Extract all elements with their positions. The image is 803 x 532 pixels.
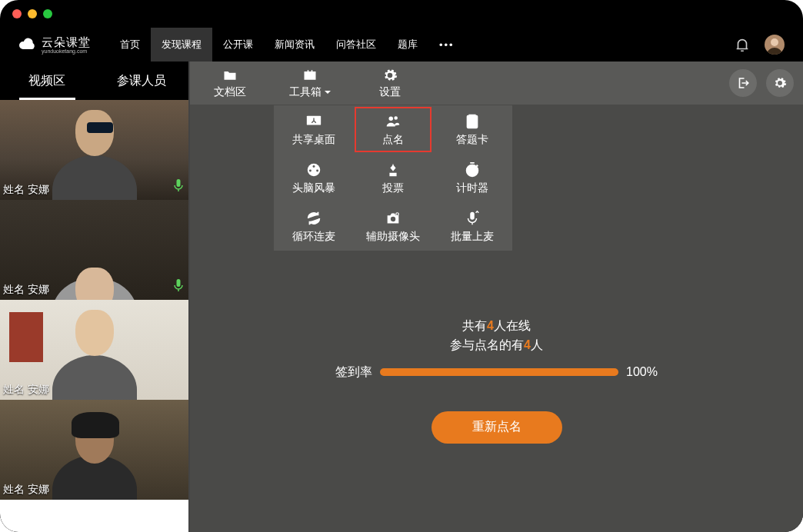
mic-icon	[173, 278, 184, 295]
video-list: 姓名 安娜 姓名 安娜 姓名 安娜	[0, 100, 188, 532]
rate-value: 100%	[626, 365, 658, 379]
nav-more[interactable]: •••	[428, 39, 465, 51]
svg-point-5	[388, 116, 393, 121]
video-cell[interactable]: 姓名 安娜	[0, 100, 188, 200]
menu-share-desktop[interactable]: 共享桌面	[274, 105, 353, 154]
nav-home[interactable]: 首页	[109, 28, 151, 62]
rate-progress-bar	[380, 368, 618, 376]
svg-rect-2	[177, 179, 181, 187]
cycle-icon	[305, 210, 322, 227]
nav-open-class[interactable]: 公开课	[212, 28, 264, 62]
vote-icon	[385, 161, 402, 178]
svg-rect-3	[177, 279, 181, 287]
briefcase-icon	[302, 68, 318, 83]
brand-domain: yunduoketang.com	[42, 48, 91, 54]
left-tabs: 视频区 参课人员	[0, 62, 188, 100]
toolbar: 文档区 工具箱 设置	[190, 62, 803, 105]
film-icon	[305, 161, 322, 178]
menu-cycle-mic[interactable]: 循环连麦	[274, 202, 353, 251]
window-close[interactable]	[12, 9, 22, 18]
screen-share-icon	[305, 113, 322, 130]
svg-point-11	[316, 169, 318, 171]
menu-brainstorm[interactable]: 头脑风暴	[274, 154, 353, 202]
user-avatar[interactable]	[765, 35, 785, 55]
tool-file-area[interactable]: 文档区	[190, 62, 270, 105]
mic-up-icon	[464, 210, 481, 227]
camera-plus-icon	[385, 210, 402, 227]
signin-rate-row: 签到率 100%	[335, 364, 658, 381]
exit-button[interactable]	[729, 69, 757, 97]
left-panel: 视频区 参课人员 姓名 安娜 姓名 安娜	[0, 62, 190, 532]
gear-icon	[382, 68, 398, 83]
brand-name: 云朵课堂	[42, 36, 91, 48]
people-icon	[385, 113, 402, 130]
participant-label: 姓名 安娜	[3, 183, 49, 197]
svg-rect-15	[471, 211, 475, 219]
folder-icon	[222, 68, 238, 83]
tool-label: 设置	[379, 85, 401, 99]
window-minimize[interactable]	[28, 9, 37, 18]
menu-roll-call[interactable]: 点名	[353, 105, 432, 154]
menu-vote[interactable]: 投票	[353, 154, 432, 202]
app-window: 云朵课堂 yunduoketang.com 首页 发现课程 公开课 新闻资讯 问…	[0, 0, 803, 532]
menu-timer[interactable]: 计时器	[433, 154, 512, 202]
window-maximize[interactable]	[43, 9, 52, 18]
online-count-line: 共有4人在线	[462, 318, 531, 334]
video-cell[interactable]: 姓名 安娜	[0, 400, 188, 500]
svg-point-13	[391, 216, 395, 221]
svg-point-9	[312, 165, 315, 167]
gear-icon	[773, 76, 787, 90]
toolbox-dropdown: 共享桌面 点名 答题卡 头脑风暴 投票 计时器 循环连麦 辅助摄像头	[274, 105, 512, 251]
tool-settings[interactable]: 设置	[350, 62, 430, 105]
tool-label: 文档区	[214, 85, 246, 99]
clock-icon	[464, 161, 481, 178]
nav-bank[interactable]: 题库	[387, 28, 428, 62]
menu-answer-card[interactable]: 答题卡	[433, 105, 512, 154]
participant-label: 姓名 安娜	[3, 283, 49, 297]
nav-news[interactable]: 新闻资讯	[264, 28, 325, 62]
rate-label: 签到率	[335, 364, 372, 381]
video-cell[interactable]: 姓名 安娜	[0, 300, 188, 400]
exit-icon	[736, 76, 750, 90]
cloud-icon	[18, 35, 37, 54]
bell-icon[interactable]	[734, 36, 751, 53]
menu-batch-mic[interactable]: 批量上麦	[433, 202, 512, 251]
video-cell-empty	[0, 500, 188, 532]
menu-aux-camera[interactable]: 辅助摄像头	[353, 202, 432, 251]
settings-button[interactable]	[766, 69, 794, 97]
nav-qa[interactable]: 问答社区	[325, 28, 387, 62]
restart-roll-call-button[interactable]: 重新点名	[431, 411, 562, 444]
tool-toolbox[interactable]: 工具箱	[270, 62, 350, 105]
participated-count-line: 参与点名的有4人	[450, 337, 543, 354]
mic-icon	[173, 178, 184, 195]
tab-participants[interactable]: 参课人员	[95, 62, 189, 100]
top-nav: 云朵课堂 yunduoketang.com 首页 发现课程 公开课 新闻资讯 问…	[0, 28, 803, 62]
svg-point-1	[771, 38, 778, 46]
svg-point-6	[394, 116, 398, 120]
brand-logo[interactable]: 云朵课堂 yunduoketang.com	[18, 35, 109, 54]
titlebar	[0, 0, 803, 28]
card-icon	[464, 113, 481, 130]
participant-label: 姓名 安娜	[3, 383, 49, 397]
nav-discover[interactable]: 发现课程	[151, 28, 212, 62]
participant-label: 姓名 安娜	[3, 483, 49, 497]
video-cell[interactable]: 姓名 安娜	[0, 200, 188, 300]
tab-video-area[interactable]: 视频区	[0, 62, 95, 100]
tool-label: 工具箱	[289, 85, 331, 99]
svg-point-10	[309, 169, 312, 171]
